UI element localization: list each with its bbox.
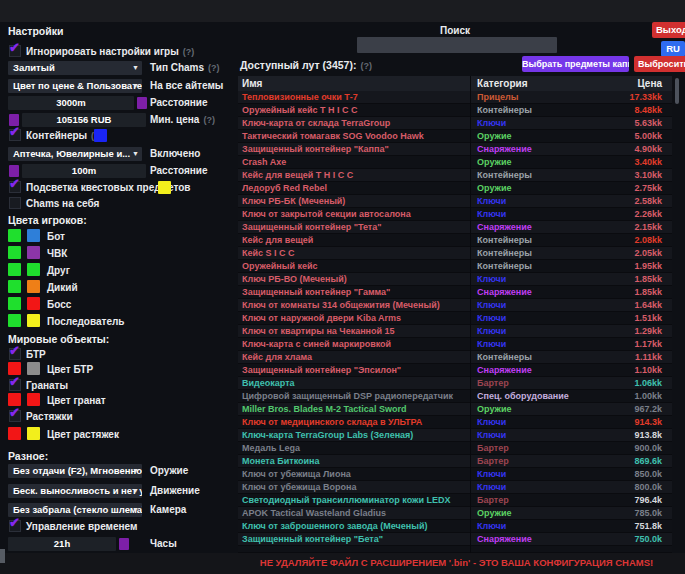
loot-row[interactable]: Ключ от медицинского склада в УЛЬТРАКлюч… [238, 416, 672, 429]
loot-row[interactable]: Защищенный контейнер "Гамма"Снаряжение1.… [238, 286, 672, 299]
weapon-dropdown[interactable]: Без отдачи (F2), Мгновенное п▼ [8, 464, 142, 478]
loot-row[interactable]: Оружейный кейсКонтейнеры1.95kk [238, 260, 672, 273]
grenade-color-swatch-2[interactable] [27, 393, 40, 406]
loot-row[interactable]: Ключ от комнаты 314 общежития (Меченый)К… [238, 299, 672, 312]
loot-row[interactable]: Ключ от закрытой секции автосалонаКлючи2… [238, 208, 672, 221]
player-color-swatch-secondary[interactable] [27, 229, 40, 242]
quest-color-swatch[interactable] [158, 181, 171, 194]
item-price: 8.48kk [634, 104, 662, 117]
self-chams-checkbox[interactable] [9, 197, 21, 209]
loot-row[interactable]: Miller Bros. Blades M-2 Tactical SwordОр… [238, 403, 672, 416]
loot-row[interactable]: Ключ от квартиры на Чеканной 15Ключи1.29… [238, 325, 672, 338]
help-icon[interactable]: (?) [203, 115, 215, 125]
item-name: Оружейный кейс T H I C C [242, 104, 358, 117]
player-color-swatch-primary[interactable] [8, 229, 21, 242]
table-scrollbar[interactable] [675, 78, 679, 104]
select-kappa-button[interactable]: Выбрать предметы каппа [522, 56, 629, 72]
loot-row[interactable]: Кейс для вещейКонтейнеры2.08kk [238, 234, 672, 247]
loot-row[interactable]: Цифровой защищенный DSP радиопередатчикС… [238, 390, 672, 403]
loot-row[interactable]: Ключ-карта с синей маркировкойКлючи1.17k… [238, 338, 672, 351]
help-icon[interactable]: (?) [208, 63, 220, 73]
loot-row[interactable]: Оружейный кейс T H I C CКонтейнеры8.48kk [238, 104, 672, 117]
item-price: 800.0k [634, 481, 662, 494]
player-color-swatch-secondary[interactable] [27, 280, 40, 293]
loot-row[interactable]: Защищенный контейнер "Бета"Снаряжение750… [238, 533, 672, 546]
all-items-dropdown[interactable]: Цвет по цене & Пользователь▼ [8, 79, 142, 93]
loot-row[interactable]: Ключ-карта от склада TerraGroupКлючи5.63… [238, 117, 672, 130]
containers-checkbox[interactable]: ✔ [9, 129, 21, 141]
drop-all-button[interactable]: Выбросить все [634, 56, 685, 72]
player-color-swatch-primary[interactable] [8, 297, 21, 310]
help-icon[interactable]: (?) [360, 61, 372, 71]
distance-input[interactable]: 3000m [8, 96, 134, 110]
player-color-swatch-secondary[interactable] [27, 246, 40, 259]
loot-row[interactable]: APOK Tactical Wasteland GladiusОружие785… [238, 507, 672, 520]
loot-row[interactable]: Ключ РБ-ВО (Меченый)Ключи1.85kk [238, 273, 672, 286]
loot-row[interactable]: Ключ от убежища ВоронаКлючи800.0k [238, 481, 672, 494]
item-name: Защищенный контейнер "Гамма" [242, 286, 390, 299]
tripwires-checkbox[interactable]: ✔ [9, 410, 21, 422]
loot-row[interactable]: Кейс для хламаКонтейнеры1.11kk [238, 351, 672, 364]
loot-row[interactable]: Ключ от наружной двери Kiba ArmsКлючи1.5… [238, 312, 672, 325]
time-control-checkbox[interactable]: ✔ [9, 520, 21, 532]
exit-button[interactable]: Выход [652, 22, 685, 38]
loot-row[interactable]: Кейс для вещей T H I C CКонтейнеры3.10kk [238, 169, 672, 182]
check-icon: ✔ [9, 40, 20, 55]
loot-row[interactable]: Защищенный контейнер "Каппа"Снаряжение4.… [238, 143, 672, 156]
loot-row[interactable]: ВидеокартаБартер1.06kk [238, 377, 672, 390]
player-color-swatch-primary[interactable] [8, 280, 21, 293]
min-price-input[interactable]: 105156 RUB [22, 113, 146, 127]
distance-color-swatch[interactable] [137, 97, 147, 109]
item-price: 4.90kk [634, 143, 662, 156]
hours-color-swatch[interactable] [119, 538, 129, 550]
chams-type-dropdown[interactable]: Залитый▼ [8, 61, 142, 75]
search-input[interactable] [357, 37, 557, 53]
loot-row[interactable]: Монета БиткоинаБартер869.6k [238, 455, 672, 468]
hours-label: Часы [150, 537, 177, 551]
loot-row[interactable]: Тепловизионные очки Т-7Прицелы17.33kk [238, 91, 672, 104]
containers-filter-dropdown[interactable]: Аптечка, Ювелирные и...▼ [8, 147, 142, 161]
ignore-game-checkbox[interactable]: ✔ [9, 45, 21, 57]
loot-row[interactable]: Ключ РБ-БК (Меченый)Ключи2.58kk [238, 195, 672, 208]
loot-row[interactable]: Ледоруб Red RebelОружие2.75kk [238, 182, 672, 195]
tripwire-color-swatch-2[interactable] [27, 427, 40, 440]
loot-row[interactable]: Светодиодный трансиллюминатор кожи LEDXБ… [238, 494, 672, 507]
player-color-swatch-primary[interactable] [8, 314, 21, 327]
help-icon[interactable]: (?) [183, 47, 195, 57]
loot-row[interactable]: Кейс S I C CКонтейнеры2.05kk [238, 247, 672, 260]
quest-highlight-checkbox[interactable]: ✔ [9, 181, 21, 193]
loot-row[interactable]: Ключ от убежища ЛионаКлючи850.0k [238, 468, 672, 481]
grenades-label: Гранаты [26, 379, 68, 392]
btr-checkbox[interactable]: ✔ [9, 348, 21, 360]
player-color-swatch-secondary[interactable] [27, 263, 40, 276]
item-name: Защищенный контейнер "Каппа" [242, 143, 389, 156]
loot-row[interactable]: Тактический томагавк SOG Voodoo HawkОруж… [238, 130, 672, 143]
btr-color-swatch-2[interactable] [27, 362, 40, 375]
player-color-swatch-secondary[interactable] [27, 314, 40, 327]
column-name[interactable]: Имя [242, 76, 262, 91]
loot-row[interactable] [238, 546, 672, 553]
chevron-down-icon: ▼ [132, 464, 139, 478]
hours-input[interactable]: 21h [8, 537, 116, 551]
containers-distance-input[interactable]: 100m [22, 164, 146, 178]
loot-row[interactable]: Ключ-карта TerraGroup Labs (Зеленая)Ключ… [238, 429, 672, 442]
loot-row[interactable]: Защищенный контейнер "Эпсилон"Снаряжение… [238, 364, 672, 377]
column-price[interactable]: Цена [637, 76, 662, 91]
loot-row[interactable]: Ключ от заброшенного завода (Меченый)Клю… [238, 520, 672, 533]
containers-color-swatch[interactable] [94, 129, 107, 142]
player-color-swatch-primary[interactable] [8, 246, 21, 259]
item-category: Снаряжение [477, 221, 532, 234]
grenades-checkbox[interactable]: ✔ [9, 379, 21, 391]
player-color-swatch-secondary[interactable] [27, 297, 40, 310]
column-divider [470, 76, 471, 553]
language-button[interactable]: RU [661, 41, 685, 57]
camera-dropdown[interactable]: Без забрала (стекло шлема)▼ [8, 503, 142, 517]
item-price: 785.0k [634, 507, 662, 520]
loot-row[interactable]: Crash AxeОружие3.40kk [238, 156, 672, 169]
player-color-swatch-primary[interactable] [8, 263, 21, 276]
tripwire-color-swatch-1[interactable] [8, 427, 21, 440]
loot-row[interactable]: Защищенный контейнер "Тета"Снаряжение2.1… [238, 221, 672, 234]
column-category[interactable]: Категория [477, 76, 527, 91]
loot-row[interactable]: Медаль LegaБартер900.0k [238, 442, 672, 455]
movement-dropdown[interactable]: Беск. выносливость и нет уста▼ [8, 484, 142, 498]
